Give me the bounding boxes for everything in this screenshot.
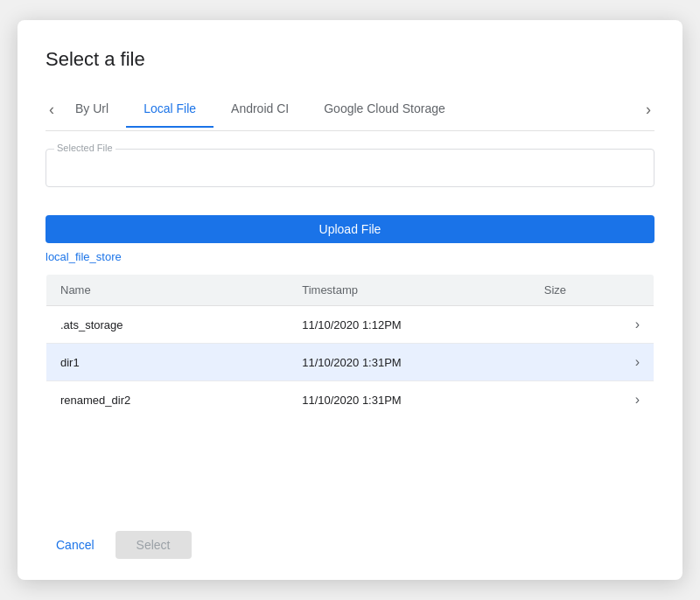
tabs-prev-arrow[interactable]: ‹ [46,88,58,130]
selected-file-wrapper: Selected File [46,149,654,201]
cancel-button[interactable]: Cancel [46,531,105,559]
col-header-size: Size [530,275,621,306]
cell-timestamp: 11/10/2020 1:12PM [288,306,530,344]
cell-name: dir1 [46,344,289,381]
upload-file-button[interactable]: Upload File [46,215,654,243]
col-header-arrow [621,275,654,306]
chevron-right-icon: › [635,317,640,331]
cell-name: renamed_dir2 [46,381,289,419]
dialog-footer: Cancel Select [46,506,654,559]
tab-by-url[interactable]: By Url [58,91,126,128]
selected-file-input[interactable] [46,149,654,187]
table-row[interactable]: .ats_storage11/10/2020 1:12PM› [46,306,654,344]
col-header-timestamp: Timestamp [288,275,530,306]
file-store-link[interactable]: local_file_store [46,250,654,263]
tabs-list: By Url Local File Android CI Google Clou… [58,91,642,128]
cell-arrow: › [621,381,654,419]
col-header-name: Name [46,275,289,306]
tabs-next-arrow[interactable]: › [642,88,654,130]
table-header-row: Name Timestamp Size [46,275,654,306]
cell-name: .ats_storage [46,306,289,344]
dialog-title: Select a file [46,48,654,71]
cell-arrow: › [621,306,654,344]
chevron-right-icon: › [635,392,640,407]
cell-timestamp: 11/10/2020 1:31PM [288,381,530,419]
cell-size [530,344,621,381]
tab-google-cloud-storage[interactable]: Google Cloud Storage [306,91,463,128]
cell-size [530,381,621,419]
tab-local-file[interactable]: Local File [126,91,214,128]
select-file-dialog: Select a file ‹ By Url Local File Androi… [18,20,682,580]
table-row[interactable]: dir111/10/2020 1:31PM› [46,344,654,381]
file-table: Name Timestamp Size .ats_storage11/10/20… [46,274,654,419]
tab-android-ci[interactable]: Android CI [214,91,306,128]
tabs-container: ‹ By Url Local File Android CI Google Cl… [46,88,654,131]
select-button[interactable]: Select [116,531,192,559]
cell-size [530,306,621,344]
chevron-right-icon: › [635,354,640,369]
cell-arrow: › [621,344,654,381]
selected-file-label: Selected File [54,143,116,153]
cell-timestamp: 11/10/2020 1:31PM [288,344,530,381]
table-row[interactable]: renamed_dir211/10/2020 1:31PM› [46,381,654,419]
